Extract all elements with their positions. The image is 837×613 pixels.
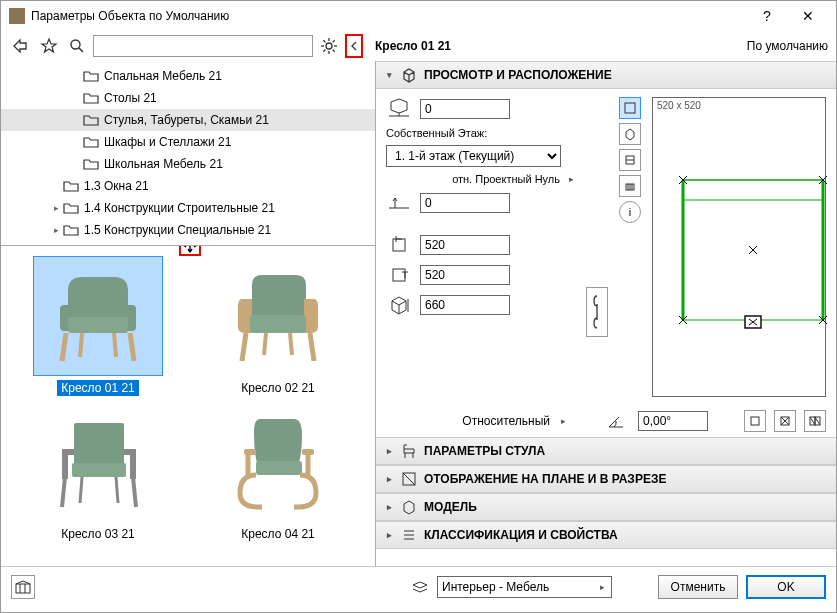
svg-line-37 — [116, 477, 118, 503]
library-item-label: Кресло 03 21 — [57, 526, 139, 542]
expand-icon: ▸ — [384, 530, 394, 540]
folder-icon — [83, 135, 99, 149]
section-preview-position[interactable]: ▾ ПРОСМОТР И РАСПОЛОЖЕНИЕ — [376, 61, 836, 89]
folder-icon — [83, 69, 99, 83]
svg-line-74 — [403, 473, 415, 485]
front-view-button[interactable] — [619, 175, 641, 197]
angle-input[interactable] — [638, 411, 708, 431]
axon-view-button[interactable] — [619, 123, 641, 145]
width-input[interactable] — [420, 235, 510, 255]
tree-item[interactable]: 1.3 Окна 21 — [1, 175, 375, 197]
folder-tree[interactable]: Спальная Мебель 21Столы 21Стулья, Табуре… — [1, 61, 375, 246]
section-classification-label: КЛАССИФИКАЦИЯ И СВОЙСТВА — [424, 528, 618, 542]
expand-icon: ▸ — [384, 446, 394, 456]
tree-item[interactable]: Шкафы и Стеллажи 21 — [1, 131, 375, 153]
preview-section-body: Собственный Этаж: 1. 1-й этаж (Текущий) … — [376, 89, 836, 405]
favorite-star-icon[interactable] — [37, 34, 61, 58]
tree-item-label: Стулья, Табуреты, Скамьи 21 — [104, 113, 269, 127]
expand-icon[interactable]: ▸ — [49, 225, 63, 235]
svg-line-25 — [264, 333, 266, 355]
section-display[interactable]: ▸ ОТОБРАЖЕНИЕ НА ПЛАНЕ И В РАЗРЕЗЕ — [376, 465, 836, 493]
section-chair-params[interactable]: ▸ ПАРАМЕТРЫ СТУЛА — [376, 437, 836, 465]
side-view-button[interactable] — [619, 149, 641, 171]
svg-rect-33 — [124, 449, 136, 455]
info-button[interactable]: i — [619, 201, 641, 223]
svg-line-8 — [333, 50, 335, 52]
section-model-label: МОДЕЛЬ — [424, 500, 477, 514]
library-item[interactable]: Кресло 02 21 — [191, 256, 365, 396]
section-display-label: ОТОБРАЖЕНИЕ НА ПЛАНЕ И В РАЗРЕЗЕ — [424, 472, 666, 486]
project-zero-icon — [386, 191, 414, 215]
preview-viewport[interactable]: 520 x 520 — [652, 97, 826, 397]
preview-plan-drawing — [673, 170, 833, 335]
layer-icon — [411, 578, 429, 596]
tree-item[interactable]: Столы 21 — [1, 87, 375, 109]
collapse-nav-button[interactable] — [345, 34, 363, 58]
height-input[interactable] — [420, 295, 510, 315]
tree-item-label: Школьная Мебель 21 — [104, 157, 223, 171]
cancel-button[interactable]: Отменить — [658, 575, 738, 599]
chevron-right-icon[interactable]: ▸ — [566, 174, 576, 184]
depth-input[interactable] — [420, 265, 510, 285]
project-zero-input[interactable] — [420, 193, 510, 213]
project-zero-label: отн. Проектный Нуль — [452, 173, 560, 185]
object-name-label: Кресло 01 21 — [375, 39, 451, 53]
link-dimensions-button[interactable] — [586, 287, 608, 337]
svg-point-0 — [71, 40, 80, 49]
search-icon[interactable] — [65, 34, 89, 58]
svg-line-1 — [79, 48, 83, 52]
mirror-none-button[interactable] — [744, 410, 766, 432]
folder-icon — [83, 157, 99, 171]
help-button[interactable]: ? — [747, 2, 787, 30]
library-item-label: Кресло 04 21 — [237, 526, 319, 542]
svg-rect-22 — [250, 315, 306, 333]
svg-line-26 — [290, 333, 292, 355]
library-panel: Спальная Мебель 21Столы 21Стулья, Табуре… — [1, 61, 376, 566]
svg-rect-65 — [751, 417, 759, 425]
library-item[interactable]: Кресло 03 21 — [11, 402, 185, 542]
app-icon — [9, 8, 25, 24]
plan-view-button[interactable] — [619, 97, 641, 119]
tree-item[interactable]: Стулья, Табуреты, Скамьи 21 — [1, 109, 375, 131]
search-input[interactable] — [93, 35, 313, 57]
tree-item-label: Спальная Мебель 21 — [104, 69, 222, 83]
rotation-row: Относительный ▸ — [376, 405, 836, 437]
tree-item[interactable]: ▸1.4 Конструкции Строительные 21 — [1, 197, 375, 219]
toolbar: Кресло 01 21 По умолчанию — [1, 31, 836, 61]
chevron-right-icon[interactable]: ▸ — [558, 416, 568, 426]
svg-line-72 — [815, 417, 820, 425]
elevation-input[interactable] — [420, 99, 510, 119]
svg-line-7 — [323, 40, 325, 42]
folder-icon — [63, 201, 79, 215]
ok-button[interactable]: OK — [746, 575, 826, 599]
svg-rect-49 — [393, 269, 405, 281]
library-manager-button[interactable] — [11, 575, 35, 599]
close-button[interactable]: ✕ — [788, 2, 828, 30]
svg-rect-53 — [625, 103, 635, 113]
content-area: Спальная Мебель 21Столы 21Стулья, Табуре… — [1, 61, 836, 566]
move-handle[interactable] — [179, 246, 201, 256]
section-model[interactable]: ▸ МОДЕЛЬ — [376, 493, 836, 521]
parameters-column: Собственный Этаж: 1. 1-й этаж (Текущий) … — [386, 97, 576, 397]
library-item-thumbnail — [213, 256, 343, 376]
expand-icon: ▸ — [384, 502, 394, 512]
section-classification[interactable]: ▸ КЛАССИФИКАЦИЯ И СВОЙСТВА — [376, 521, 836, 549]
gear-icon[interactable] — [317, 34, 341, 58]
library-item[interactable]: Кресло 04 21 — [191, 402, 365, 542]
tree-item-label: 1.4 Конструкции Строительные 21 — [84, 201, 275, 215]
mirror-y-button[interactable] — [804, 410, 826, 432]
library-item-thumbnail — [33, 402, 163, 522]
home-arrow-icon[interactable] — [9, 34, 33, 58]
library-item[interactable]: Кресло 01 21 — [11, 256, 185, 396]
tree-item[interactable]: ▸1.5 Конструкции Специальные 21 — [1, 219, 375, 241]
mirror-x-button[interactable] — [774, 410, 796, 432]
home-story-select[interactable]: 1. 1-й этаж (Текущий) — [386, 145, 561, 167]
tree-item[interactable]: Школьная Мебель 21 — [1, 153, 375, 175]
svg-line-19 — [80, 333, 82, 357]
tree-item[interactable]: Спальная Мебель 21 — [1, 65, 375, 87]
expand-icon[interactable]: ▸ — [49, 203, 63, 213]
layer-select[interactable]: Интерьер - Мебель ▸ — [437, 576, 612, 598]
thumbnail-grid[interactable]: Кресло 01 21Кресло 02 21Кресло 03 21Крес… — [1, 246, 375, 552]
folder-icon — [83, 113, 99, 127]
library-item-thumbnail — [213, 402, 343, 522]
